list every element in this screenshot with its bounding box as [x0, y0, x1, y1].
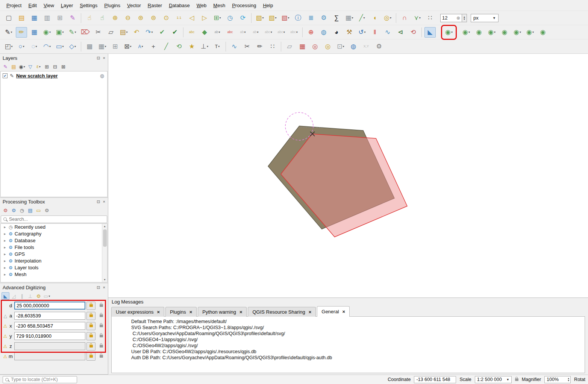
tab-close-icon[interactable]: × — [239, 310, 242, 314]
open-layer-styling-icon[interactable]: ✎ — [2, 63, 9, 70]
log-tab-qgis-resource-sharing[interactable]: QGIS Resource Sharing× — [248, 307, 316, 317]
processing-search[interactable] — [1, 216, 107, 223]
tab-close-icon[interactable]: × — [342, 309, 346, 314]
add-ring-icon[interactable]: ◉ — [499, 27, 510, 38]
spin-down-icon[interactable]: ▼ — [462, 18, 467, 20]
save-project-icon[interactable]: ▦ — [29, 13, 40, 23]
edit-in-place-icon[interactable]: ▭ — [35, 207, 42, 214]
geometry-checker-icon[interactable]: ✔ — [169, 27, 180, 38]
cad-a-repeat-lock-button[interactable] — [97, 312, 106, 320]
digitize-with-segment-dropdown-icon[interactable]: ▾ — [49, 30, 51, 34]
cad-m-input[interactable] — [14, 352, 85, 360]
layer-name[interactable]: New scratch layer — [16, 73, 58, 79]
memory-layer-indicator-icon[interactable]: ◍ — [100, 73, 104, 79]
rectangle-icon[interactable]: ▭▾ — [54, 41, 65, 52]
draw-annotation-icon[interactable]: ✏ — [254, 41, 265, 52]
zoom-to-layer-icon[interactable]: ⊙ — [161, 13, 172, 23]
menu-edit[interactable]: Edit — [25, 1, 40, 10]
layout-extent-icon[interactable]: ⊡▾ — [335, 41, 346, 52]
menu-processing[interactable]: Processing — [229, 1, 259, 10]
current-edits-icon[interactable]: ✎▾ — [3, 27, 14, 38]
deselect-features-icon[interactable]: ▧▾ — [280, 13, 291, 23]
cad-z-input[interactable] — [14, 342, 85, 350]
new-map-view-dropdown-icon[interactable]: ▾ — [220, 16, 221, 20]
style-font-icon[interactable]: A▾ — [135, 41, 146, 52]
trim-extend-dropdown-icon[interactable]: ▾ — [207, 45, 208, 48]
zoom-in-icon[interactable]: ⊕ — [109, 13, 121, 23]
circle-radius-dropdown-icon[interactable]: ▾ — [23, 45, 24, 48]
pan-to-selection-icon[interactable]: ☝ — [97, 13, 108, 23]
coordinate-input[interactable]: -13 600 611 548 — [414, 376, 456, 383]
toggle-editing-icon[interactable]: ✏ — [16, 27, 27, 38]
vertex-tool-icon[interactable]: ✎▾ — [67, 27, 78, 38]
cad-z-repeat-lock-button[interactable] — [97, 342, 106, 351]
plot-profile-icon[interactable]: ∿ — [382, 27, 393, 38]
filter-expression-icon[interactable]: ε▾ — [35, 63, 42, 70]
reshape-features-icon[interactable]: ◉ — [537, 27, 549, 38]
tab-close-icon[interactable]: × — [157, 310, 160, 314]
temporal-controller-icon[interactable]: ◷ — [224, 13, 236, 23]
menu-plugins[interactable]: Plugins — [101, 1, 124, 10]
rotate-point-icon[interactable]: ⟲ — [173, 41, 185, 52]
locator-search-icon[interactable]: ◎▾ — [382, 13, 393, 23]
scroll-down-icon[interactable]: ▼ — [103, 277, 106, 282]
spinner-arrows[interactable]: ▲▼ — [462, 14, 467, 22]
favorites-icon[interactable]: ★ — [186, 41, 197, 52]
layer-row[interactable]: ✔ ✎ New scratch layer ◍ — [1, 71, 107, 80]
cad-y-repeat-lock-button[interactable] — [97, 332, 106, 340]
lock-scale-icon[interactable] — [515, 378, 518, 381]
style-font-dropdown-icon[interactable]: ▾ — [142, 45, 143, 48]
snapping-toggle-icon[interactable]: ∩ — [399, 13, 410, 23]
rotate-label-dropdown-icon[interactable]: ▾ — [257, 30, 259, 34]
pin-labels-icon[interactable]: ab▾ — [212, 27, 223, 38]
cad-float-dropdown-icon[interactable]: ▾ — [48, 294, 50, 298]
expand-arrow-icon[interactable]: ▸ — [3, 272, 7, 276]
select-features-icon[interactable]: ▧▾ — [254, 13, 265, 23]
xy-coordinates-icon[interactable]: X,Y — [361, 41, 372, 52]
log-tab-python-warning[interactable]: Python warning× — [198, 307, 247, 317]
log-tab-plugins[interactable]: Plugins× — [165, 307, 197, 317]
tab-close-icon[interactable]: × — [309, 310, 312, 314]
snapping-mode-icon[interactable]: ⋎▾ — [412, 13, 423, 23]
profile-line-icon[interactable]: ∿ — [229, 41, 240, 52]
processing-toolbox-icon[interactable]: ⚙ — [318, 13, 329, 23]
attribute-table-icon[interactable]: ▦▾ — [344, 13, 355, 23]
fill-ring-icon[interactable]: ◉▾ — [512, 27, 523, 38]
menu-vector[interactable]: Vector — [124, 1, 144, 10]
map-canvas[interactable] — [108, 54, 588, 297]
digitizing-checks-icon[interactable]: ✔ — [156, 27, 168, 38]
zoom-out-icon[interactable]: ⊖ — [122, 13, 133, 23]
open-project-icon[interactable]: ▤ — [16, 13, 27, 23]
layout-manager-icon[interactable]: ⊞ — [54, 13, 65, 23]
collapse-all-icon[interactable]: ⊟ — [51, 63, 59, 70]
menu-view[interactable]: View — [40, 1, 58, 10]
unit-combobox[interactable]: px ▼ — [471, 14, 499, 22]
data-series-icon[interactable]: ‖ — [369, 27, 380, 38]
pin-labels-dropdown-icon[interactable]: ▾ — [219, 30, 220, 34]
metasearch-icon[interactable]: ◍ — [318, 27, 329, 38]
move-feature-dropdown-icon[interactable]: ▾ — [468, 30, 470, 34]
measure-dropdown-icon[interactable]: ▾ — [364, 16, 365, 20]
expand-all-icon[interactable]: ⊞ — [43, 63, 51, 70]
perpendicular-constraint-icon[interactable]: ⊥ — [26, 292, 34, 300]
scripts-icon[interactable]: ⚙ — [10, 207, 18, 214]
change-label-dropdown-icon[interactable]: ▾ — [271, 30, 272, 34]
select-within-icon[interactable]: ⊠▾ — [122, 41, 133, 52]
simplify-feature-icon[interactable]: ◉▾ — [486, 27, 497, 38]
scale-combobox[interactable]: 1:2 500 000 ▼ — [475, 376, 512, 383]
new-print-layout-icon[interactable]: ▥ — [41, 13, 53, 23]
mesh-calc-icon[interactable]: ▦▾ — [97, 41, 108, 52]
menu-project[interactable]: Project — [3, 1, 25, 10]
add-feature-dropdown-icon[interactable]: ▾ — [62, 30, 64, 34]
menu-help[interactable]: Help — [259, 1, 276, 10]
rectangle-dropdown-icon[interactable]: ▾ — [62, 45, 64, 48]
mesh-calc-dropdown-icon[interactable]: ▾ — [105, 45, 106, 48]
expand-arrow-icon[interactable]: ▸ — [3, 225, 7, 229]
cad-z-lock-button[interactable] — [86, 342, 95, 351]
show-statistics-icon[interactable]: ∑ — [331, 13, 342, 23]
models-icon[interactable]: ⚙ — [2, 207, 9, 214]
undo-icon[interactable]: ↶ — [131, 27, 142, 38]
plugin-reload-dropdown-icon[interactable]: ▾ — [364, 30, 366, 34]
text-annotation-icon[interactable]: T▾ — [212, 41, 223, 52]
cad-y-lock-button[interactable] — [86, 332, 95, 340]
